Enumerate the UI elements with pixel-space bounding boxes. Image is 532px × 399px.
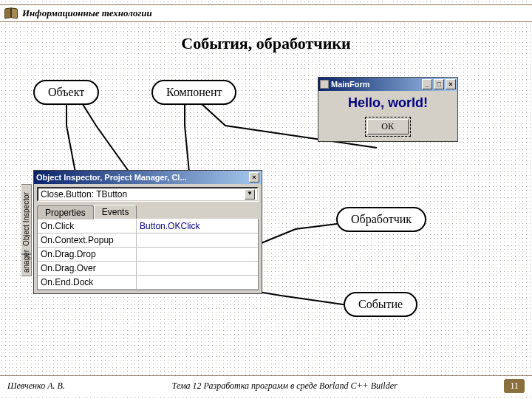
event-name: On.Click: [38, 219, 137, 233]
event-handler[interactable]: [137, 262, 258, 275]
table-row[interactable]: On.Context.Popup: [38, 233, 258, 248]
event-name: On.Drag.Drop: [38, 248, 137, 261]
side-tab-inspector[interactable]: Object Inspector: [21, 184, 32, 254]
tab-properties[interactable]: Properties: [37, 205, 94, 219]
callout-component: Компонент: [151, 80, 236, 105]
table-row[interactable]: On.Drag.Drop: [38, 248, 258, 262]
close-button[interactable]: ×: [446, 79, 456, 89]
app-icon: [320, 80, 329, 89]
footer-theme: Тема 12 Разработка программ в среде Borl…: [65, 381, 505, 392]
table-row[interactable]: On.End.Dock: [38, 276, 258, 290]
footer-author: Шевченко А. В.: [7, 381, 65, 392]
inspector-tabs: Properties Events: [34, 205, 262, 219]
event-handler[interactable]: [137, 276, 258, 289]
mainform-title: MainForm: [331, 80, 370, 89]
page-number: 11: [504, 379, 525, 393]
ok-button[interactable]: OK: [367, 119, 408, 134]
ok-selection: OK: [365, 117, 410, 137]
event-handler[interactable]: [137, 233, 258, 247]
header-bar: Информационные технологии: [0, 4, 532, 22]
chevron-down-icon: ▼: [245, 189, 255, 200]
mainform-window: MainForm _ □ × Hello, world! OK: [318, 77, 458, 142]
inspector-close-button[interactable]: ×: [249, 172, 259, 183]
component-combo[interactable]: Close.Button: TButton ▼: [37, 187, 259, 202]
side-tabs: Object Inspector anager: [21, 184, 34, 276]
combo-value: Close.Button: TButton: [41, 189, 127, 200]
side-tab-manager[interactable]: anager: [21, 254, 32, 276]
object-inspector-window: Object Inspector anager Object Inspector…: [33, 170, 262, 294]
event-handler[interactable]: Button.OKClick: [137, 219, 258, 233]
inspector-titlebar: Object Inspector, Project Manager, Cl...…: [34, 171, 262, 184]
tab-events[interactable]: Events: [94, 205, 137, 219]
callout-object: Объект: [33, 80, 99, 105]
event-name: On.Context.Popup: [38, 233, 137, 247]
header-title: Информационные технологии: [22, 7, 152, 19]
callout-event: Событие: [344, 292, 417, 317]
book-icon: [4, 8, 18, 18]
hello-label: Hello, world!: [323, 95, 453, 111]
event-name: On.Drag.Over: [38, 262, 137, 275]
mainform-titlebar: MainForm _ □ ×: [318, 78, 457, 91]
table-row[interactable]: On.Click Button.OKClick: [38, 219, 258, 233]
minimize-button[interactable]: _: [422, 79, 432, 89]
footer: Шевченко А. В. Тема 12 Разработка програ…: [0, 375, 532, 396]
mainform-body: Hello, world! OK: [318, 91, 457, 141]
table-row[interactable]: On.Drag.Over: [38, 262, 258, 276]
callout-handler: Обработчик: [336, 207, 426, 232]
event-handler[interactable]: [137, 248, 258, 261]
events-grid: On.Click Button.OKClick On.Context.Popup…: [37, 219, 259, 290]
inspector-title: Object Inspector, Project Manager, Cl...: [36, 173, 187, 182]
maximize-button[interactable]: □: [434, 79, 444, 89]
slide-title: События, обработчики: [0, 34, 532, 53]
event-name: On.End.Dock: [38, 276, 137, 289]
